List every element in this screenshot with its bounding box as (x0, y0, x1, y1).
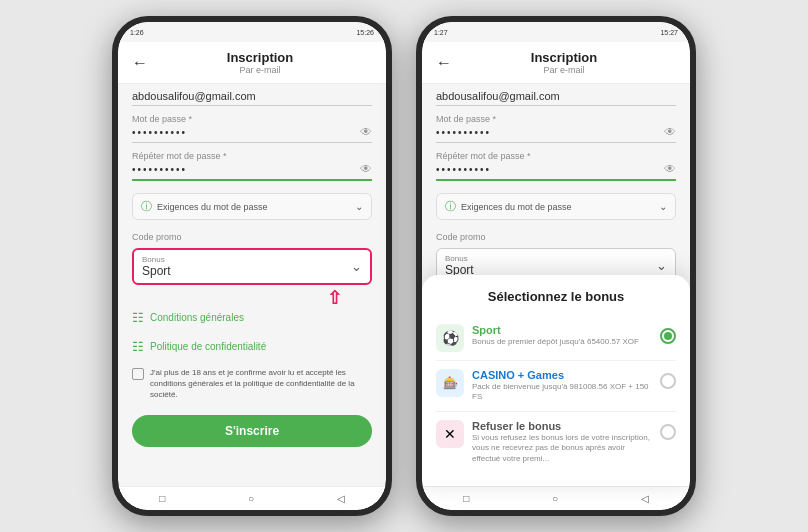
document-icon-2: ☷ (132, 339, 144, 354)
arrow-up-indicator: ⇧ (327, 287, 342, 309)
header-1: ← Inscription Par e-mail (118, 42, 386, 84)
refuse-radio[interactable] (660, 424, 676, 440)
code-promo-label-2: Code promo (436, 232, 676, 242)
back-button-2[interactable]: ← (436, 54, 452, 72)
bonus-option-sport[interactable]: ⚽ Sport Bonus de premier dépôt jusqu'à 6… (436, 316, 676, 361)
refuse-icon: ✕ (436, 420, 464, 448)
status-left-1: 1:26 (130, 29, 144, 36)
page-subtitle-1: Par e-mail (148, 65, 372, 75)
sport-icon: ⚽ (436, 324, 464, 352)
phone-1-screen: 1:26 15:26 ← Inscription Par e-mail abdo… (118, 22, 386, 510)
status-right-2: 15:27 (660, 29, 678, 36)
form-2: abdousalifou@gmail.com Mot de passe * ••… (422, 84, 690, 486)
nav-bar-1: □ ○ ◁ (118, 486, 386, 510)
bonus-selection-modal: Sélectionnez le bonus ⚽ Sport Bonus de p… (422, 275, 690, 486)
phone-1: 1:26 15:26 ← Inscription Par e-mail abdo… (112, 16, 392, 516)
email-value: abdousalifou@gmail.com (132, 90, 372, 106)
password-hint-box-2[interactable]: ⓘ Exigences du mot de passe ⌄ (436, 193, 676, 220)
bonus-inner-label-2: Bonus (445, 254, 474, 263)
submit-button-1[interactable]: S'inscrire (132, 415, 372, 447)
repeat-password-field-group-2: Répéter mot de passe * •••••••••• 👁 (436, 151, 676, 181)
politique-link[interactable]: ☷ Politique de confidentialité (132, 334, 372, 359)
repeat-password-field-group: Répéter mot de passe * •••••••••• 👁 (132, 151, 372, 181)
casino-icon: 🎰 (436, 369, 464, 397)
info-icon-2: ⓘ (445, 199, 456, 214)
password-label-2: Mot de passe * (436, 114, 676, 124)
bonus-value-1: Sport (142, 264, 171, 278)
status-left-2: 1:27 (434, 29, 448, 36)
nav-circle-icon[interactable]: ○ (248, 493, 254, 504)
terms-checkbox[interactable] (132, 368, 144, 380)
bonus-inner-label: Bonus (142, 255, 171, 264)
password-value-2[interactable]: •••••••••• 👁 (436, 125, 676, 143)
hint-text-2: Exigences du mot de passe (461, 202, 572, 212)
phone-2-screen: 1:27 15:27 ← Inscription Par e-mail abdo… (422, 22, 690, 510)
status-right-1: 15:26 (356, 29, 374, 36)
bonus-chevron-icon[interactable]: ⌄ (351, 259, 362, 274)
terms-text: J'ai plus de 18 ans et je confirme avoir… (150, 367, 372, 401)
radio-inner-sport (664, 332, 672, 340)
page-title-2: Inscription (452, 50, 676, 65)
page-title-1: Inscription (148, 50, 372, 65)
chevron-down-icon[interactable]: ⌄ (355, 201, 363, 212)
code-promo-label: Code promo (132, 232, 372, 242)
nav-back-icon-2[interactable]: ◁ (641, 493, 649, 504)
conditions-label: Conditions générales (150, 312, 244, 323)
back-button-1[interactable]: ← (132, 54, 148, 72)
header-2: ← Inscription Par e-mail (422, 42, 690, 84)
bonus-chevron-icon-2[interactable]: ⌄ (656, 258, 667, 273)
casino-radio[interactable] (660, 373, 676, 389)
modal-title: Sélectionnez le bonus (436, 289, 676, 304)
politique-label: Politique de confidentialité (150, 341, 266, 352)
password-hint-box[interactable]: ⓘ Exigences du mot de passe ⌄ (132, 193, 372, 220)
sport-option-desc: Bonus de premier dépôt jusqu'à 65400.57 … (472, 337, 652, 347)
password-value[interactable]: •••••••••• 👁 (132, 125, 372, 143)
email-value-2: abdousalifou@gmail.com (436, 90, 676, 106)
nav-back-icon[interactable]: ◁ (337, 493, 345, 504)
password-field-group-2: Mot de passe * •••••••••• 👁 (436, 114, 676, 143)
refuse-option-name: Refuser le bonus (472, 420, 652, 432)
casino-option-desc: Pack de bienvenue jusqu'à 981008.56 XOF … (472, 382, 652, 403)
sport-radio[interactable] (660, 328, 676, 344)
bonus-option-casino[interactable]: 🎰 CASINO + Games Pack de bienvenue jusqu… (436, 361, 676, 412)
nav-circle-icon-2[interactable]: ○ (552, 493, 558, 504)
chevron-down-icon-2[interactable]: ⌄ (659, 201, 667, 212)
repeat-password-value-2[interactable]: •••••••••• 👁 (436, 162, 676, 181)
eye-icon-2[interactable]: 👁 (360, 162, 372, 176)
email-field-group: abdousalifou@gmail.com (132, 90, 372, 106)
password-label: Mot de passe * (132, 114, 372, 124)
status-bar-1: 1:26 15:26 (118, 22, 386, 42)
sport-option-name: Sport (472, 324, 652, 336)
refuse-option-desc: Si vous refusez les bonus lors de votre … (472, 433, 652, 464)
repeat-password-value[interactable]: •••••••••• 👁 (132, 162, 372, 181)
hint-text: Exigences du mot de passe (157, 202, 268, 212)
bonus-dropdown-1[interactable]: Bonus Sport ⌄ (132, 248, 372, 285)
form-1: abdousalifou@gmail.com Mot de passe * ••… (118, 84, 386, 486)
password-field-group: Mot de passe * •••••••••• 👁 (132, 114, 372, 143)
bonus-option-refuse[interactable]: ✕ Refuser le bonus Si vous refusez les b… (436, 412, 676, 472)
eye-icon-4[interactable]: 👁 (664, 162, 676, 176)
repeat-password-label: Répéter mot de passe * (132, 151, 372, 161)
eye-icon-1[interactable]: 👁 (360, 125, 372, 139)
page-subtitle-2: Par e-mail (452, 65, 676, 75)
nav-square-icon-2[interactable]: □ (463, 493, 469, 504)
phone-2: 1:27 15:27 ← Inscription Par e-mail abdo… (416, 16, 696, 516)
nav-bar-2: □ ○ ◁ (422, 486, 690, 510)
status-bar-2: 1:27 15:27 (422, 22, 690, 42)
email-field-group-2: abdousalifou@gmail.com (436, 90, 676, 106)
main-container: 1:26 15:26 ← Inscription Par e-mail abdo… (0, 0, 808, 532)
repeat-password-label-2: Répéter mot de passe * (436, 151, 676, 161)
eye-icon-3[interactable]: 👁 (664, 125, 676, 139)
terms-checkbox-row[interactable]: J'ai plus de 18 ans et je confirme avoir… (132, 363, 372, 405)
nav-square-icon[interactable]: □ (159, 493, 165, 504)
info-icon: ⓘ (141, 199, 152, 214)
casino-option-name: CASINO + Games (472, 369, 652, 381)
document-icon-1: ☷ (132, 310, 144, 325)
